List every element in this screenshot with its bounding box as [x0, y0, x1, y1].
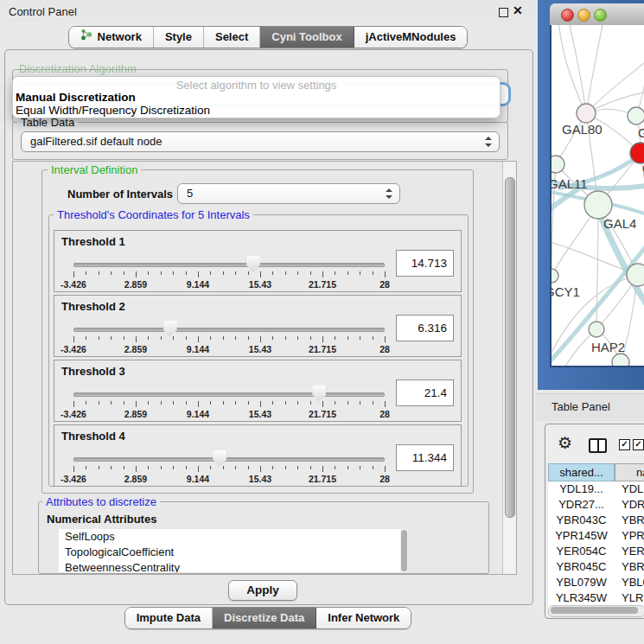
network-node-HAP2[interactable]: [589, 322, 604, 337]
minimize-traffic-light-icon[interactable]: [577, 9, 590, 22]
threshold-value-field[interactable]: 14.713: [396, 250, 454, 277]
tick-label: 21.715: [309, 344, 336, 354]
column-header[interactable]: na: [615, 463, 644, 481]
checkbox-icon[interactable]: ✓: [619, 439, 630, 450]
network-node-GCY1[interactable]: [552, 269, 558, 283]
network-edge: [586, 25, 603, 113]
tick-mark: [272, 466, 273, 469]
network-node-node-H[interactable]: [627, 264, 644, 286]
tick-mark: [111, 401, 112, 405]
tab-jactivemnodules[interactable]: jActiveMNodules: [354, 27, 468, 48]
slider-thumb[interactable]: [312, 386, 326, 402]
network-window-border: [550, 366, 644, 367]
num-intervals-combo[interactable]: 5: [177, 183, 400, 204]
cell-name: YPR1: [615, 528, 644, 544]
threshold-slider[interactable]: -3.4262.8599.14415.4321.71528: [73, 383, 385, 419]
tick-mark: [285, 466, 286, 469]
tab-style[interactable]: Style: [154, 27, 204, 48]
tick-mark: [99, 336, 99, 340]
tick-mark: [322, 271, 323, 277]
tick-mark: [198, 336, 199, 342]
apply-button[interactable]: Apply: [228, 580, 297, 601]
tick-mark: [260, 401, 261, 407]
threshold-value-field[interactable]: 11.344: [396, 444, 454, 471]
tab-select[interactable]: Select: [204, 27, 260, 48]
network-node-GAL4[interactable]: [584, 191, 612, 219]
table-row[interactable]: YDL19...YDL1: [548, 481, 644, 497]
table-row[interactable]: YBL079WYBL0: [548, 575, 644, 590]
tick-mark: [248, 466, 249, 469]
tab-discretize-data[interactable]: Discretize Data: [213, 608, 316, 628]
tab-cyni-toolbox[interactable]: Cyni Toolbox: [260, 27, 354, 48]
split-table-icon[interactable]: [589, 438, 607, 453]
gear-icon[interactable]: ⚙: [558, 435, 572, 451]
network-node-node-top-right[interactable]: [628, 107, 644, 124]
horizontal-scrollbar[interactable]: [548, 605, 644, 617]
slider-track[interactable]: [73, 457, 385, 462]
cell-name: YDR2: [615, 497, 644, 513]
tick-mark: [297, 271, 298, 275]
slider-track[interactable]: [73, 392, 385, 397]
popup-item[interactable]: Equal Width/Frequency Discretization: [16, 104, 210, 117]
threshold-slider[interactable]: -3.4262.8599.14415.4321.71528: [73, 318, 385, 354]
tick-mark: [161, 271, 162, 275]
table-row[interactable]: YBR045CYBR0: [548, 559, 644, 575]
tick-mark: [86, 466, 86, 469]
network-icon: [80, 27, 92, 48]
tick-mark: [235, 271, 236, 275]
tab-infer-network[interactable]: Infer Network: [316, 608, 411, 628]
list-item[interactable]: SelfLoops: [59, 529, 408, 545]
tick-label: 2.859: [124, 344, 147, 354]
list-scrollbar[interactable]: [400, 529, 408, 572]
threshold-value-field[interactable]: 6.316: [396, 315, 454, 341]
table-row[interactable]: YLR345WYLR3: [548, 590, 644, 606]
slider-thumb[interactable]: [213, 450, 226, 467]
tick-mark: [111, 336, 112, 340]
zoom-traffic-light-icon[interactable]: [594, 9, 607, 22]
threshold-slider[interactable]: -3.4262.8599.14415.4321.71528: [73, 448, 385, 484]
list-item[interactable]: BetweennessCentrality: [59, 560, 408, 572]
close-icon[interactable]: ✕: [513, 4, 523, 16]
table-row[interactable]: YDR27...YDR2: [548, 497, 644, 513]
tick-mark: [161, 466, 162, 469]
tick-mark: [73, 336, 74, 342]
checkbox-icon[interactable]: ✓: [633, 439, 644, 450]
tick-label: 15.43: [249, 344, 271, 354]
tick-mark: [223, 401, 224, 405]
tick-mark: [248, 336, 249, 340]
tick-mark: [235, 336, 236, 340]
tick-label: -3.426: [61, 279, 86, 290]
numerical-attributes-list[interactable]: SelfLoopsTopologicalCoefficientBetweenne…: [59, 529, 408, 572]
column-header[interactable]: shared...: [548, 463, 615, 481]
slider-thumb[interactable]: [246, 256, 260, 272]
popup-item[interactable]: Manual Discretization: [16, 91, 136, 104]
threshold-slider[interactable]: -3.4262.8599.14415.4321.71528: [73, 253, 385, 290]
slider-thumb[interactable]: [163, 321, 177, 337]
tick-mark: [148, 271, 149, 275]
table-row[interactable]: YPR145WYPR1: [548, 528, 644, 544]
network-node-GAL80[interactable]: [577, 104, 596, 123]
list-item[interactable]: TopologicalCoefficient: [59, 545, 408, 560]
tick-mark: [335, 401, 335, 405]
network-window-titlebar[interactable]: [550, 3, 644, 26]
table-row[interactable]: YBR043CYBR0: [548, 513, 644, 528]
slider-track[interactable]: [73, 263, 385, 267]
tick-label: -3.426: [61, 344, 86, 354]
table-data-combo[interactable]: galFiltered.sif default node: [21, 131, 500, 152]
slider-track[interactable]: [73, 328, 385, 332]
network-canvas[interactable]: GAL80GGAL11CGAL4GCY1HHAP2: [550, 25, 644, 366]
combo-stepper-icon: [386, 188, 392, 199]
tick-label: 9.144: [187, 279, 209, 290]
threshold-value-field[interactable]: 21.4: [396, 379, 454, 406]
tab-impute-data[interactable]: Impute Data: [125, 608, 213, 628]
table-row[interactable]: YER054CYER0: [548, 544, 644, 559]
network-node-GAL11[interactable]: [552, 156, 564, 173]
scrollbar-thumb[interactable]: [505, 177, 515, 518]
scrollbar-thumb[interactable]: [551, 607, 638, 614]
tab-network[interactable]: Network: [69, 27, 154, 48]
network-node-node-bottom[interactable]: [612, 354, 629, 366]
vertical-scrollbar[interactable]: [502, 162, 516, 574]
close-traffic-light-icon[interactable]: [561, 9, 574, 22]
tick-label: 28: [379, 344, 390, 354]
float-window-icon[interactable]: [499, 8, 508, 17]
